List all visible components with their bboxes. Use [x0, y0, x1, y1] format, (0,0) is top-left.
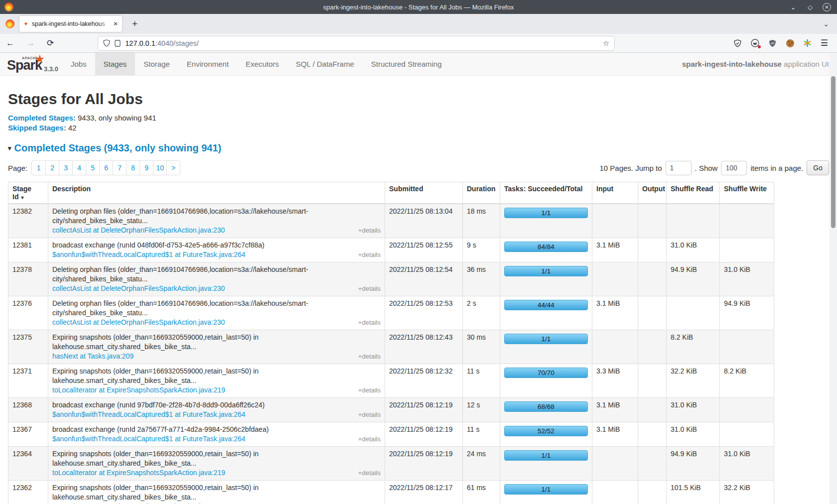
browser-tab[interactable]: ✦ spark-ingest-into-lakehous ✕	[19, 16, 122, 32]
nav-item-jobs[interactable]: Jobs	[62, 53, 95, 75]
go-button[interactable]: Go	[807, 160, 829, 175]
application-name: spark-ingest-into-lakehouse	[682, 60, 782, 68]
page-button-9[interactable]: 9	[140, 161, 153, 175]
list-tabs-icon[interactable]: ⌄	[823, 20, 829, 28]
tasks-cell: 84/84	[500, 238, 592, 262]
nav-item-sql-dataframe[interactable]: SQL / DataFrame	[287, 53, 363, 75]
maximize-button[interactable]: ◇	[806, 2, 815, 11]
items-per-page-input[interactable]	[721, 161, 747, 175]
duration-cell: 18 ms	[463, 204, 500, 238]
column-header-input[interactable]: Input	[592, 182, 638, 204]
details-toggle[interactable]: +details	[358, 284, 381, 293]
stage-detail-link[interactable]: $anonfun$withThreadLocalCaptured$1 at Fu…	[52, 250, 246, 259]
menu-icon[interactable]: ☰	[821, 38, 828, 48]
skipped-stages-label[interactable]: Skipped Stages:	[8, 124, 66, 132]
details-toggle[interactable]: +details	[358, 468, 381, 478]
scrollbar-thumb[interactable]	[831, 76, 836, 228]
duration-cell: 61 ms	[463, 481, 500, 504]
new-tab-button[interactable]: +	[129, 18, 140, 29]
nav-item-stages[interactable]: Stages	[95, 53, 136, 75]
extension-shield-icon[interactable]	[733, 39, 742, 48]
url-bar[interactable]: 127.0.0.1:4040/stages/ ☆	[98, 36, 615, 51]
stage-detail-link[interactable]: collectAsList at DeleteOrphanFilesSparkA…	[52, 226, 225, 235]
firefox-view-icon[interactable]	[5, 19, 14, 28]
extension-asterisk-icon[interactable]	[803, 39, 812, 48]
page-button-4[interactable]: 4	[72, 161, 86, 175]
shuffle-read-cell: 31.0 KiB	[667, 422, 720, 447]
spark-logo[interactable]: APACHE Spark ★	[0, 53, 43, 75]
tasks-cell: 1/1	[500, 481, 592, 504]
page-button-1[interactable]: 1	[32, 161, 45, 175]
url-text[interactable]: 127.0.0.1:4040/stages/	[125, 39, 603, 47]
column-header-shuffle-write[interactable]: Shuffle Write	[720, 182, 774, 204]
details-toggle[interactable]: +details	[358, 352, 381, 361]
stage-detail-link[interactable]: $anonfun$withThreadLocalCaptured$1 at Fu…	[52, 434, 246, 444]
tasks-progress-bar: 52/52	[504, 426, 588, 436]
items-per-page-label: items in a page.	[750, 164, 803, 172]
extension-cookie-icon[interactable]	[786, 39, 795, 48]
shuffle-read-cell	[667, 204, 720, 238]
stage-detail-link[interactable]: collectAsList at DeleteOrphanFilesSparkA…	[52, 318, 225, 327]
page-scrollbar[interactable]	[830, 53, 837, 504]
column-header-duration[interactable]: Duration	[463, 182, 500, 204]
details-toggle[interactable]: +details	[358, 226, 381, 235]
shuffle-read-cell: 101.5 KiB	[667, 481, 720, 504]
bookmark-star-icon[interactable]: ☆	[603, 39, 609, 48]
stage-detail-link[interactable]: $anonfun$withThreadLocalCaptured$1 at Fu…	[52, 410, 246, 419]
extension-ublock-icon[interactable]: u0	[768, 39, 777, 48]
stage-id-cell: 12367	[8, 422, 48, 447]
stage-id-cell: 12376	[8, 296, 48, 330]
back-button[interactable]: ←	[0, 38, 20, 48]
output-cell	[638, 398, 667, 422]
page-button-6[interactable]: 6	[99, 161, 113, 175]
stage-detail-link[interactable]: hasNext at Tasks.java:209	[52, 352, 134, 361]
description-cell: broadcast exchange (runId 2a75677f-a771-…	[48, 422, 385, 447]
completed-stages-label[interactable]: Completed Stages:	[8, 114, 76, 122]
page-button-8[interactable]: 8	[126, 161, 140, 175]
nav-item-storage[interactable]: Storage	[135, 53, 178, 75]
reload-button[interactable]: ⟳	[41, 38, 60, 48]
stage-row-12364: 12364Expiring snapshots (older_than=1669…	[8, 447, 774, 481]
submitted-cell: 2022/11/25 08:13:04	[385, 204, 463, 238]
output-cell	[638, 204, 667, 238]
details-toggle[interactable]: +details	[358, 502, 381, 504]
output-cell	[638, 364, 667, 398]
page-button-7[interactable]: 7	[113, 161, 126, 175]
close-button[interactable]: ✕	[823, 3, 831, 11]
site-info-icon[interactable]	[115, 40, 121, 47]
completed-stages-section-header[interactable]: ▾ Completed Stages (9433, only showing 9…	[8, 142, 829, 154]
table-header-row: Stage Id▾DescriptionSubmittedDurationTas…	[8, 182, 774, 204]
column-header-output[interactable]: Output	[638, 182, 667, 204]
nav-item-structured-streaming[interactable]: Structured Streaming	[363, 53, 450, 75]
tab-close-icon[interactable]: ✕	[113, 20, 118, 27]
page-button-10[interactable]: 10	[153, 161, 166, 175]
jump-to-page-input[interactable]	[666, 161, 692, 175]
column-header-stage-id[interactable]: Stage Id▾	[8, 182, 48, 204]
nav-item-executors[interactable]: Executors	[237, 53, 287, 75]
stage-detail-link[interactable]: toLocalIterator at ExpireSnapshotsSparkA…	[52, 502, 225, 504]
details-toggle[interactable]: +details	[358, 250, 381, 259]
details-toggle[interactable]: +details	[358, 385, 381, 395]
stage-detail-link[interactable]: toLocalIterator at ExpireSnapshotsSparkA…	[52, 468, 225, 478]
column-header-description[interactable]: Description	[48, 182, 385, 204]
stage-description: Deleting orphan files (older_than=166910…	[52, 265, 381, 284]
nav-item-environment[interactable]: Environment	[178, 53, 237, 75]
column-header-submitted[interactable]: Submitted	[385, 182, 463, 204]
details-toggle[interactable]: +details	[358, 434, 381, 444]
page-button-3[interactable]: 3	[59, 161, 72, 175]
minimize-button[interactable]: ⌄	[789, 2, 798, 11]
page-button-5[interactable]: 5	[86, 161, 99, 175]
extension-mask-icon[interactable]	[751, 39, 760, 48]
tasks-cell: 70/70	[500, 364, 592, 398]
details-toggle[interactable]: +details	[358, 410, 381, 419]
tracking-shield-icon[interactable]	[103, 39, 110, 47]
page-button-2[interactable]: 2	[45, 161, 59, 175]
column-header-shuffle-read[interactable]: Shuffle Read	[667, 182, 720, 204]
details-toggle[interactable]: +details	[358, 318, 381, 327]
submitted-cell: 2022/11/25 08:12:19	[385, 398, 463, 422]
page-button->[interactable]: >	[166, 161, 180, 175]
stage-detail-link[interactable]: toLocalIterator at ExpireSnapshotsSparkA…	[52, 385, 225, 395]
stage-detail-link[interactable]: collectAsList at DeleteOrphanFilesSparkA…	[52, 284, 225, 293]
duration-cell: 9 s	[463, 238, 500, 262]
column-header-tasks-succeeded-total[interactable]: Tasks: Succeeded/Total	[500, 182, 592, 204]
